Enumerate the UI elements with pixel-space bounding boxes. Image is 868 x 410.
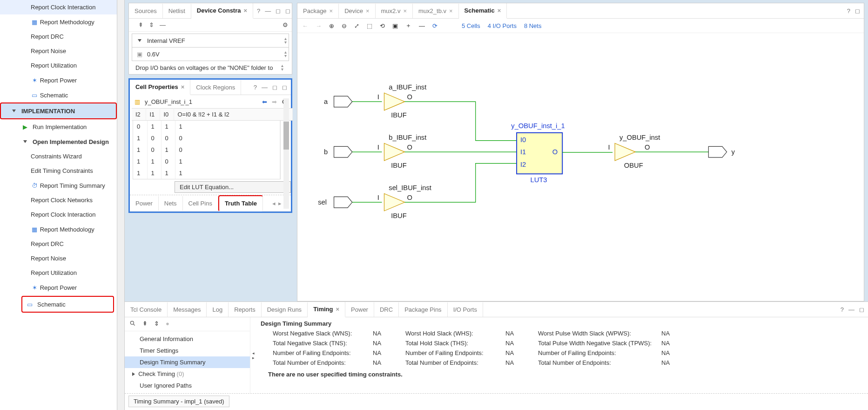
tree-item[interactable]: Check Timing (0): [125, 368, 250, 380]
tab-design-runs[interactable]: Design Runs: [262, 302, 308, 317]
zoom-in-icon[interactable]: ⊕: [329, 22, 334, 29]
restore-icon[interactable]: ◻: [272, 84, 277, 91]
collapse-icon[interactable]: ⇞: [142, 320, 148, 328]
th-i1[interactable]: I1: [146, 109, 160, 121]
scrollbar[interactable]: [283, 98, 289, 209]
schematic-item[interactable]: ▭ Schematic: [21, 296, 114, 313]
zoom-out-icon[interactable]: ⊖: [342, 22, 347, 29]
subtab-power[interactable]: Power: [130, 196, 159, 211]
nav-item[interactable]: ▦ Report Methodology: [0, 222, 117, 237]
table-row[interactable]: 0111: [133, 121, 280, 132]
tab-timing[interactable]: Timing×: [308, 302, 345, 317]
collapse-icon[interactable]: ⇞: [138, 21, 143, 28]
search-icon[interactable]: [129, 320, 136, 328]
subtab-truth-table[interactable]: Truth Table: [218, 195, 263, 212]
maximize-icon[interactable]: ◻: [285, 7, 290, 14]
nav-item[interactable]: Edit Timing Constraints: [0, 164, 117, 178]
dot-icon[interactable]: ●: [166, 320, 169, 328]
table-row[interactable]: 1010: [133, 144, 280, 156]
port-y[interactable]: [708, 146, 727, 157]
th-out[interactable]: O=I0 & !I2 + I1 & I2: [174, 109, 293, 121]
tab-tcl[interactable]: Tcl Console: [125, 302, 168, 317]
nav-item[interactable]: ▭ Schematic: [0, 88, 117, 102]
tab-io-ports[interactable]: I/O Ports: [448, 302, 483, 317]
close-icon[interactable]: ×: [449, 7, 453, 14]
nav-item[interactable]: Report Clock Interaction: [0, 0, 117, 14]
tree-item[interactable]: Design Timing Summary: [125, 356, 250, 368]
tree-item[interactable]: General Information: [125, 333, 250, 345]
tree-item[interactable]: User Ignored Paths: [125, 380, 250, 391]
nav-item[interactable]: Report DRC: [0, 29, 117, 44]
close-icon[interactable]: ×: [330, 7, 333, 14]
tab-package-pins[interactable]: Package Pins: [399, 302, 448, 317]
port-sel[interactable]: [334, 197, 352, 208]
th-i2[interactable]: I2: [132, 109, 146, 121]
close-icon[interactable]: ×: [243, 7, 247, 14]
implementation-header[interactable]: IMPLEMENTATION: [0, 102, 117, 119]
remove-icon[interactable]: —: [419, 22, 425, 29]
ibuf-a[interactable]: [384, 93, 404, 110]
minimize-icon[interactable]: —: [265, 7, 271, 14]
nav-item[interactable]: Report Clock Interaction: [0, 207, 117, 222]
zoom-fit-icon[interactable]: ⤢: [354, 22, 359, 29]
nav-item[interactable]: Report Noise: [0, 44, 117, 58]
restore-icon[interactable]: ◻: [859, 306, 864, 313]
close-icon[interactable]: ×: [403, 7, 407, 14]
stepper[interactable]: ▴▾: [281, 64, 283, 71]
port-a[interactable]: [334, 96, 352, 107]
scrollbar[interactable]: [117, 0, 125, 410]
tab-netlist[interactable]: Netlist: [163, 4, 191, 18]
nav-item[interactable]: ✶ Report Power: [0, 73, 117, 88]
tab-package[interactable]: Package×: [297, 4, 339, 18]
close-icon[interactable]: ×: [336, 306, 340, 313]
close-icon[interactable]: ×: [498, 7, 501, 14]
tab-schematic[interactable]: Schematic×: [459, 3, 507, 19]
minimize-icon[interactable]: —: [262, 84, 268, 91]
tab-reports[interactable]: Reports: [229, 302, 262, 317]
table-row[interactable]: 1111: [133, 167, 280, 179]
schematic-canvas[interactable]: a I a_IBUF_inst O IBUF b I: [297, 33, 864, 301]
ibuf-b[interactable]: [384, 143, 404, 160]
subtab-cell-pins[interactable]: Cell Pins: [183, 196, 218, 211]
chevron-right-icon[interactable]: [132, 370, 135, 377]
tab-device-constraints[interactable]: Device Constra×: [191, 3, 253, 19]
minimize-icon[interactable]: —: [848, 306, 855, 313]
footer-tab[interactable]: Timing Summary - impl_1 (saved): [128, 396, 229, 407]
close-icon[interactable]: ×: [181, 83, 185, 90]
tab-messages[interactable]: Messages: [168, 302, 207, 317]
restore-icon[interactable]: ◻: [276, 7, 281, 14]
tree-item[interactable]: Timer Settings: [125, 345, 250, 356]
open-implemented-design[interactable]: Open Implemented Design: [0, 134, 117, 149]
tab-clock-regions[interactable]: Clock Regions: [190, 80, 241, 95]
help-icon[interactable]: ?: [254, 84, 257, 91]
tab-mux2-tb-v[interactable]: mux2_tb.v×: [413, 4, 459, 18]
nav-item[interactable]: Report Clock Networks: [0, 193, 117, 207]
table-row[interactable]: 1101: [133, 156, 280, 167]
flow-navigator[interactable]: Report Clock Interaction ▦ Report Method…: [0, 0, 117, 410]
nav-item[interactable]: Report Noise: [0, 251, 117, 266]
port-b[interactable]: [334, 146, 352, 157]
regenerate-icon[interactable]: ⟳: [432, 22, 437, 29]
next-icon[interactable]: ▸: [278, 200, 282, 207]
back-icon[interactable]: ⬅: [262, 98, 267, 105]
table-row[interactable]: 1000: [133, 132, 280, 144]
tab-log[interactable]: Log: [207, 302, 229, 317]
subtab-nets[interactable]: Nets: [159, 196, 183, 211]
stepper[interactable]: ▴▾: [284, 50, 287, 58]
chevron-down-icon[interactable]: [136, 37, 143, 44]
add-icon[interactable]: ＋: [405, 21, 411, 30]
splitter[interactable]: ◂▸: [250, 317, 256, 393]
cells-link[interactable]: 5 Cells: [462, 22, 480, 29]
help-icon[interactable]: ?: [847, 7, 850, 14]
expand-icon[interactable]: ⇕: [149, 21, 154, 28]
cell-name-row[interactable]: ▥ y_OBUF_inst_i_1 ⬅ ➡ ⚙: [130, 95, 291, 108]
back-icon[interactable]: ←: [302, 22, 308, 29]
prev-icon[interactable]: ◂: [272, 200, 276, 207]
restore-icon[interactable]: ◻: [855, 7, 860, 14]
ibuf-sel[interactable]: [384, 193, 404, 211]
nets-link[interactable]: 8 Nets: [524, 22, 542, 29]
tab-cell-properties[interactable]: Cell Properties×: [130, 80, 190, 95]
tab-device[interactable]: Device×: [339, 4, 375, 18]
nav-item[interactable]: Report Utilization: [0, 58, 117, 73]
th-i0[interactable]: I0: [160, 109, 174, 121]
